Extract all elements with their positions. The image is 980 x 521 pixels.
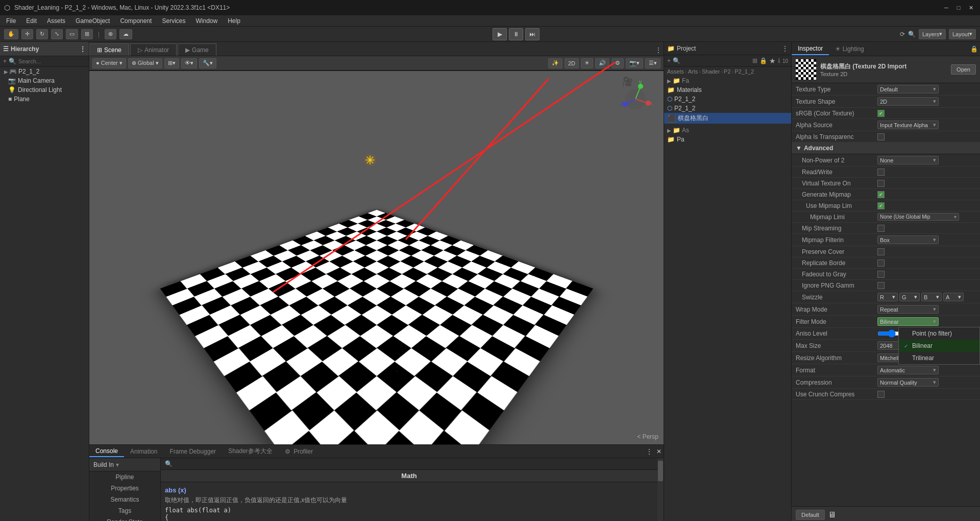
use-mipmap-checkbox[interactable]: ✓ [877,202,885,209]
texture-type-dropdown[interactable]: Default ▾ [877,85,939,93]
2d-btn[interactable]: 2D [565,58,579,68]
menu-gameobject[interactable]: GameObject [71,16,114,26]
light-toggle[interactable]: ☀ [581,58,593,68]
rect-tool[interactable]: ▭ [66,29,78,39]
menu-btn[interactable]: ☰▾ [645,58,660,68]
console-item-semantics[interactable]: Semantics [89,494,160,505]
hierarchy-item-light[interactable]: 💡 Directional Light [0,85,89,94]
filter-mode-dropdown[interactable]: Bilinear ▾ [877,317,939,326]
mipmap-limit-dropdown[interactable]: None (Use Global Mip ▾ [877,213,959,221]
hierarchy-item-p2[interactable]: ▶ 🎮 P2_1_2 [0,67,89,76]
non-power-dropdown[interactable]: None ▾ [877,156,939,164]
filter-option-bilinear[interactable]: ✓ Bilinear [899,340,979,352]
fx2-btn[interactable]: ⚙ [611,58,624,68]
console-item-renderstate[interactable]: Render State [89,516,160,521]
hierarchy-options[interactable]: ⋮ [80,45,86,53]
breadcrumb-p2_1_2[interactable]: P2_1_2 [734,68,754,75]
breadcrumb-p2[interactable]: P2 [724,68,730,75]
crunch-checkbox[interactable] [877,391,885,398]
menu-window[interactable]: Window [191,16,222,26]
default-button[interactable]: Default [796,510,825,520]
tab-scene[interactable]: ⊞ Scene [89,43,129,56]
center-btn[interactable]: ● Center ▾ [92,58,126,68]
hierarchy-search-input[interactable] [18,58,89,64]
step-button[interactable]: ⏭ [525,28,540,40]
proj-icons-btn[interactable]: ⊞ [752,57,757,64]
tab-profiler[interactable]: ⚙ Profiler [279,446,319,457]
srgb-checkbox[interactable]: ✓ [877,110,885,117]
console-item-pipline[interactable]: Pipline [89,471,160,483]
hierarchy-item-plane[interactable]: ■ Plane [0,94,89,104]
move-tool[interactable]: ✛ [21,29,33,39]
read-write-checkbox[interactable] [877,169,885,176]
play-button[interactable]: ▶ [493,28,507,40]
pivot-btn[interactable]: ⊕ [105,29,116,39]
hierarchy-item-camera[interactable]: 📷 Main Camera [0,76,89,85]
alpha-source-dropdown[interactable]: Input Texture Alpha ▾ [877,121,939,129]
menu-help[interactable]: Help [224,16,244,26]
tab-inspector[interactable]: Inspector [792,43,829,55]
console-options[interactable]: ⋮ [644,446,654,457]
format-dropdown[interactable]: Automatic ▾ [877,366,939,374]
replicate-border-checkbox[interactable] [877,259,885,267]
tab-shader-ref[interactable]: Shader参考大全 [222,445,279,457]
section-advanced[interactable]: ▼ Advanced [792,143,980,154]
folder-item-fa[interactable]: ▶ 📁 Fa [664,76,791,85]
menu-services[interactable]: Services [158,16,189,26]
tab-animator[interactable]: ▷ Animator [130,43,177,56]
mip-streaming-checkbox[interactable] [877,225,885,232]
mipmap-filter-dropdown[interactable]: Box ▾ [877,235,939,244]
close-button[interactable]: ✕ [967,4,975,12]
grid-btn[interactable]: ⊞▾ [164,58,179,68]
global-btn[interactable]: ⊕ Global ▾ [128,58,162,68]
swizzle-g-dropdown[interactable]: G ▾ [899,293,920,301]
audio-btn[interactable]: 🔊 [595,58,609,68]
project-options[interactable]: ⋮ [782,45,788,52]
swizzle-b-dropdown[interactable]: B ▾ [921,293,942,301]
folder-as[interactable]: ▶ 📁 As [664,126,791,135]
filter-option-point[interactable]: Point (no filter) [899,327,979,340]
maximize-button[interactable]: □ [954,4,963,12]
hand-tool[interactable]: ✋ [4,29,18,39]
preserve-cover-checkbox[interactable] [877,248,885,255]
minimize-button[interactable]: ─ [942,4,950,12]
scene-options[interactable]: ⋮ [653,44,664,56]
console-item-properties[interactable]: Properties [89,483,160,494]
rotate-tool[interactable]: ↻ [36,29,48,39]
console-scrollbar[interactable] [657,458,664,521]
scene-view[interactable]: ✳ Y X Z [89,71,664,444]
folder-materials[interactable]: 📁 Materials [664,85,791,94]
tab-console[interactable]: Console [89,446,124,457]
file-p2-1[interactable]: ⬡ P2_1_2 [664,94,791,104]
menu-edit[interactable]: Edit [22,16,41,26]
pause-button[interactable]: ⏸ [509,28,523,40]
math-search-input[interactable] [176,460,653,467]
ignore-png-checkbox[interactable] [877,282,885,289]
fx-btn[interactable]: ✨ [548,58,562,68]
menu-assets[interactable]: Assets [43,16,69,26]
cam-btn[interactable]: 📷▾ [626,58,643,68]
tab-frame-debugger[interactable]: Frame Debugger [163,446,222,457]
breadcrumb-arts[interactable]: Arts [688,68,698,75]
filter-option-trilinear[interactable]: Trilinear [899,352,979,364]
tab-game[interactable]: ▶ Game [178,43,216,56]
cloud-btn[interactable]: ☁ [119,29,132,39]
proj-add-icon[interactable]: + [667,57,671,64]
scale-tool[interactable]: ⤡ [51,29,63,39]
layers-dropdown[interactable]: Layers ▾ [919,29,946,39]
texture-shape-dropdown[interactable]: 2D ▾ [877,97,939,106]
file-checker[interactable]: ⬛ 棋盘格黑白 [664,113,791,124]
fadeout-gray-checkbox[interactable] [877,271,885,278]
console-close[interactable]: ✕ [654,446,664,457]
tab-lighting[interactable]: ☀ Lighting [829,43,870,55]
wrap-mode-dropdown[interactable]: Repeat ▾ [877,305,939,314]
generate-mipmap-checkbox[interactable]: ✓ [877,191,885,198]
swizzle-a-dropdown[interactable]: A ▾ [943,293,964,301]
folder-pa[interactable]: 📁 Pa [664,135,791,144]
vis-btn[interactable]: 👁▾ [181,58,197,68]
compression-dropdown[interactable]: Normal Quality ▾ [877,378,939,387]
file-p2-2[interactable]: ⬡ P2_1_2 [664,104,791,113]
virtual-texture-checkbox[interactable] [877,180,885,187]
menu-component[interactable]: Component [116,16,156,26]
menu-file[interactable]: File [2,16,20,26]
